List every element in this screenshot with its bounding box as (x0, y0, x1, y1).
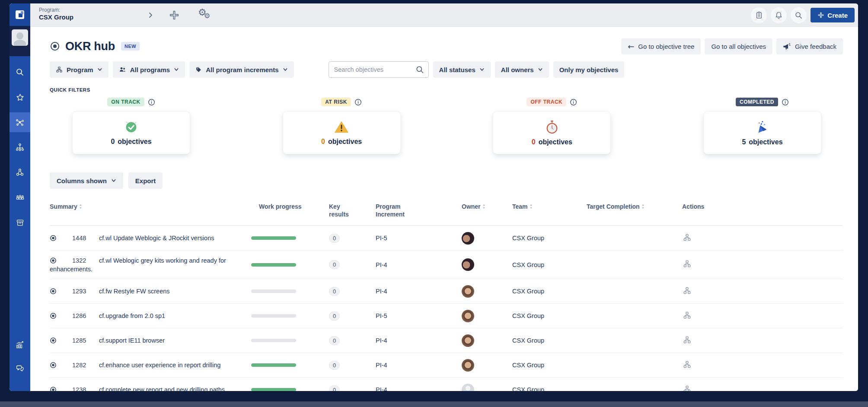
settings-button[interactable]: ⚙⚙ (198, 8, 213, 22)
search-objectives-input[interactable] (334, 66, 415, 73)
sidebar-item-favorites[interactable] (10, 87, 30, 107)
tasks-button[interactable] (751, 7, 767, 23)
only-my-objectives-toggle[interactable]: Only my objectives (553, 61, 625, 78)
quick-filter-completed: COMPLETED (703, 98, 821, 154)
view-hierarchy-button[interactable] (683, 385, 691, 391)
on-track-count: 0 (111, 138, 115, 146)
table-row[interactable]: 1282cf.enhance user experience in report… (50, 353, 843, 378)
increments-filter-dropdown[interactable]: All program increments (189, 61, 294, 78)
sidebar-item-people[interactable] (10, 188, 30, 207)
summary-cell[interactable]: 1238cf.complete new report and new drill… (50, 382, 251, 391)
statuses-filter-dropdown[interactable]: All statuses (433, 61, 491, 78)
org-chart-icon (56, 66, 63, 73)
sidebar-item-okr-hub[interactable] (10, 112, 30, 132)
completed-badge-line: COMPLETED (736, 98, 789, 106)
chevron-down-icon (538, 67, 543, 72)
view-hierarchy-button[interactable] (683, 360, 691, 369)
program-increment-cell: PI-5 (376, 235, 462, 242)
go-to-all-objectives-button[interactable]: Go to all objectives (705, 38, 772, 54)
create-button[interactable]: Create (811, 8, 855, 22)
page-header: OKR hub NEW ← Go to objective tree Go to… (50, 38, 843, 55)
sidebar-item-program-board[interactable] (10, 137, 30, 157)
view-hierarchy-button[interactable] (683, 311, 691, 319)
owner-cell (462, 258, 512, 271)
sidebar-item-reports[interactable] (10, 335, 30, 355)
sidebar-item-backlog[interactable] (10, 213, 30, 232)
column-header-target-completion[interactable]: Target Completion (587, 203, 682, 210)
table-row[interactable]: 1293cf.fw Restyle FW screens 0 PI-4 CSX … (50, 279, 843, 304)
sidebar-item-teams[interactable] (10, 162, 30, 182)
people-group-icon (15, 193, 25, 203)
owner-cell (462, 285, 512, 298)
at-risk-count: 0 (321, 138, 325, 146)
user-avatar[interactable] (12, 29, 28, 46)
window-frame: Program: CSX Group ⚙⚙ (0, 0, 868, 407)
key-results-badge: 0 (329, 287, 340, 296)
sort-icon (530, 204, 533, 209)
on-track-card[interactable]: 0 objectives (72, 111, 190, 154)
column-header-team[interactable]: Team (512, 203, 587, 210)
notifications-button[interactable] (771, 7, 787, 23)
quick-add-button[interactable] (169, 10, 180, 21)
gears-icon: ⚙⚙ (198, 8, 213, 22)
go-to-objective-tree-button[interactable]: ← Go to objective tree (621, 38, 701, 54)
view-hierarchy-button[interactable] (683, 286, 691, 295)
table-row[interactable]: 1322cf.wl Weblogic grey kits working and… (50, 251, 843, 279)
info-icon[interactable] (782, 99, 789, 106)
target-icon (50, 386, 57, 391)
give-feedback-button[interactable]: Give feedback (776, 38, 843, 54)
column-header-key-results: Key results (329, 203, 364, 218)
search-icon (16, 68, 24, 76)
table-row[interactable]: 1286cf.upgrade from 2.0 sp1 0 PI-5 CSX G… (50, 304, 843, 328)
sidebar-item-chat[interactable] (10, 358, 30, 378)
off-track-badge-line: OFF TRACK (527, 98, 577, 106)
view-hierarchy-button[interactable] (683, 260, 691, 268)
export-button[interactable]: Export (128, 172, 163, 189)
summary-cell[interactable]: 1293cf.fw Restyle FW screens (50, 283, 251, 299)
program-increment-cell: PI-5 (376, 312, 462, 319)
sort-icon (79, 204, 82, 209)
scope-filter-dropdown[interactable]: Program (50, 61, 108, 78)
column-header-summary[interactable]: Summary (50, 203, 251, 210)
summary-cell[interactable]: 1286cf.upgrade from 2.0 sp1 (50, 308, 251, 324)
table-row[interactable]: 1448cf.wl Update Weblogic & JRockit vers… (50, 226, 843, 251)
sidebar-avatar-section (10, 26, 30, 56)
table-row[interactable]: 1238cf.complete new report and new drill… (50, 378, 843, 391)
owner-avatar (462, 384, 474, 391)
chevron-down-icon (111, 178, 116, 183)
owner-avatar (462, 232, 474, 245)
off-track-card[interactable]: 0 objectives (493, 111, 611, 154)
owner-cell (462, 334, 512, 347)
jira-align-logo[interactable] (10, 3, 30, 26)
search-icon[interactable] (415, 65, 424, 74)
columns-shown-dropdown[interactable]: Columns shown (50, 172, 123, 189)
view-hierarchy-button[interactable] (683, 233, 691, 242)
summary-cell[interactable]: 1285cf.support IE11 browser (50, 333, 251, 348)
owner-cell (462, 384, 512, 391)
actions-header-label: Actions (682, 203, 704, 210)
owner-avatar (462, 334, 474, 347)
completed-card[interactable]: 5 objectives (703, 111, 821, 154)
off-track-count: 0 (532, 138, 536, 146)
owners-filter-dropdown[interactable]: All owners (495, 61, 549, 78)
objective-id: 1282 (72, 361, 99, 369)
search-button[interactable] (791, 7, 807, 23)
summary-cell[interactable]: 1322cf.wl Weblogic grey kits working and… (50, 253, 251, 277)
summary-cell[interactable]: 1448cf.wl Update Weblogic & JRockit vers… (50, 230, 251, 246)
info-icon[interactable] (148, 99, 155, 106)
key-results-cell: 0 (329, 287, 376, 296)
completed-count-line: 5 objectives (742, 138, 782, 146)
program-selector[interactable]: Program: CSX Group (39, 7, 73, 21)
table-row[interactable]: 1285cf.support IE11 browser 0 PI-4 CSX G… (50, 328, 843, 353)
key-results-badge: 0 (329, 312, 340, 321)
expand-breadcrumb-button[interactable] (147, 12, 154, 19)
programs-filter-dropdown[interactable]: All programs (113, 61, 185, 78)
sidebar-item-search[interactable] (10, 62, 30, 82)
info-icon[interactable] (354, 99, 362, 106)
info-icon[interactable] (570, 99, 577, 106)
progress-bar (251, 236, 296, 240)
at-risk-card[interactable]: 0 objectives (283, 111, 401, 154)
column-header-owner[interactable]: Owner (462, 203, 512, 210)
summary-cell[interactable]: 1282cf.enhance user experience in report… (50, 357, 251, 373)
view-hierarchy-button[interactable] (683, 336, 691, 344)
